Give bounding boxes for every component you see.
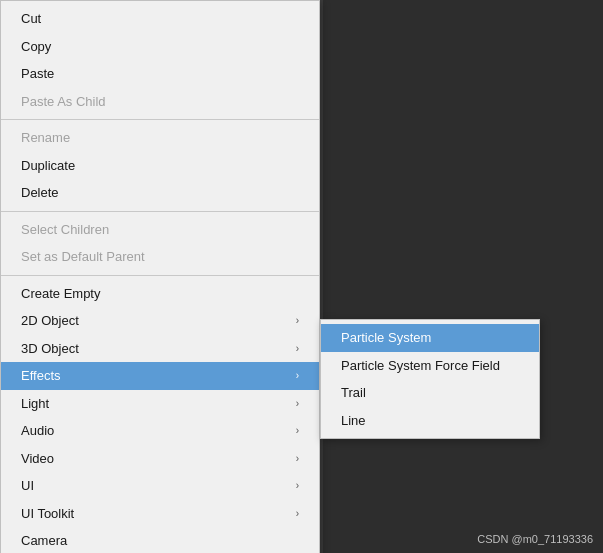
menu-item-light[interactable]: Light › — [1, 390, 319, 418]
menu-item-set-default-parent: Set as Default Parent — [1, 243, 319, 271]
menu-item-duplicate[interactable]: Duplicate — [1, 152, 319, 180]
menu-item-rename: Rename — [1, 124, 319, 152]
menu-item-select-children-label: Select Children — [21, 220, 109, 240]
menu-item-audio[interactable]: Audio › — [1, 417, 319, 445]
menu-item-delete-label: Delete — [21, 183, 59, 203]
menu-item-ui-toolkit[interactable]: UI Toolkit › — [1, 500, 319, 528]
menu-item-select-children: Select Children — [1, 216, 319, 244]
submenu-arrow-effects: › — [296, 368, 299, 383]
separator-1 — [1, 119, 319, 120]
menu-item-ui-label: UI — [21, 476, 34, 496]
submenu-arrow-light: › — [296, 396, 299, 411]
menu-item-2d-object-label: 2D Object — [21, 311, 79, 331]
menu-item-video-label: Video — [21, 449, 54, 469]
menu-item-copy[interactable]: Copy — [1, 33, 319, 61]
submenu-arrow-audio: › — [296, 423, 299, 438]
submenu-trail-label: Trail — [341, 385, 366, 400]
menu-item-delete[interactable]: Delete — [1, 179, 319, 207]
submenu-arrow-ui: › — [296, 478, 299, 493]
dark-panel — [323, 0, 603, 553]
submenu-line-label: Line — [341, 413, 366, 428]
submenu-item-line[interactable]: Line — [321, 407, 539, 435]
menu-item-copy-label: Copy — [21, 37, 51, 57]
menu-item-ui[interactable]: UI › — [1, 472, 319, 500]
menu-item-paste-label: Paste — [21, 64, 54, 84]
submenu-arrow-video: › — [296, 451, 299, 466]
submenu-particle-system-label: Particle System — [341, 330, 431, 345]
menu-item-audio-label: Audio — [21, 421, 54, 441]
submenu-item-particle-system-force-field[interactable]: Particle System Force Field — [321, 352, 539, 380]
separator-2 — [1, 211, 319, 212]
menu-item-paste-as-child-label: Paste As Child — [21, 92, 106, 112]
menu-item-cut[interactable]: Cut — [1, 5, 319, 33]
menu-item-light-label: Light — [21, 394, 49, 414]
menu-item-effects[interactable]: Effects › — [1, 362, 319, 390]
menu-item-rename-label: Rename — [21, 128, 70, 148]
watermark: CSDN @m0_71193336 — [477, 533, 593, 545]
menu-item-ui-toolkit-label: UI Toolkit — [21, 504, 74, 524]
menu-item-create-empty-label: Create Empty — [21, 284, 100, 304]
menu-item-duplicate-label: Duplicate — [21, 156, 75, 176]
menu-item-effects-label: Effects — [21, 366, 61, 386]
watermark-text: CSDN @m0_71193336 — [477, 533, 593, 545]
menu-item-paste-as-child: Paste As Child — [1, 88, 319, 116]
menu-item-set-default-parent-label: Set as Default Parent — [21, 247, 145, 267]
context-menu: Cut Copy Paste Paste As Child Rename Dup… — [0, 0, 320, 553]
submenu-particle-system-force-field-label: Particle System Force Field — [341, 358, 500, 373]
menu-item-cut-label: Cut — [21, 9, 41, 29]
effects-submenu: Particle System Particle System Force Fi… — [320, 319, 540, 439]
submenu-item-particle-system[interactable]: Particle System — [321, 324, 539, 352]
submenu-arrow-2d: › — [296, 313, 299, 328]
menu-item-2d-object[interactable]: 2D Object › — [1, 307, 319, 335]
menu-item-3d-object-label: 3D Object — [21, 339, 79, 359]
menu-item-create-empty[interactable]: Create Empty — [1, 280, 319, 308]
menu-item-paste[interactable]: Paste — [1, 60, 319, 88]
menu-item-camera-label: Camera — [21, 531, 67, 551]
submenu-arrow-ui-toolkit: › — [296, 506, 299, 521]
menu-item-3d-object[interactable]: 3D Object › — [1, 335, 319, 363]
menu-item-video[interactable]: Video › — [1, 445, 319, 473]
submenu-arrow-3d: › — [296, 341, 299, 356]
submenu-item-trail[interactable]: Trail — [321, 379, 539, 407]
separator-3 — [1, 275, 319, 276]
menu-item-camera[interactable]: Camera — [1, 527, 319, 553]
